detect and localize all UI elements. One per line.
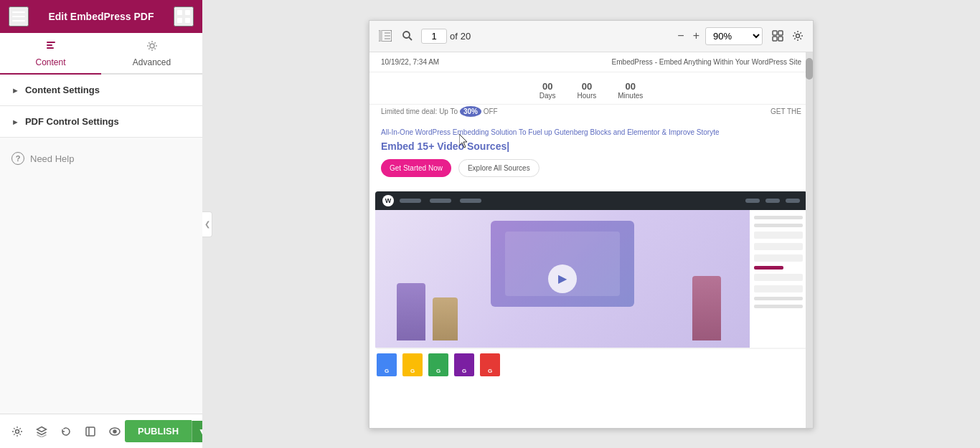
svg-rect-8 bbox=[47, 44, 52, 46]
svg-rect-4 bbox=[185, 10, 190, 15]
layers-icon[interactable] bbox=[32, 421, 52, 442]
advanced-tab-icon bbox=[146, 40, 158, 54]
svg-rect-9 bbox=[47, 47, 54, 49]
promo-cta-text: GET THE bbox=[771, 108, 801, 115]
wp-nav-item-2 bbox=[430, 199, 451, 203]
sidebar-collapse-handle[interactable]: ❮ bbox=[202, 211, 212, 237]
wp-sidebar-line-3 bbox=[754, 297, 803, 300]
need-help-section[interactable]: ? Need Help bbox=[0, 138, 202, 179]
svg-rect-22 bbox=[773, 31, 777, 35]
pdf-explore-button[interactable]: Explore All Sources bbox=[458, 159, 540, 177]
pdf-content-area: 10/19/22, 7:34 AM EmbedPress - Embed Any… bbox=[369, 52, 813, 428]
preview-icon[interactable] bbox=[105, 421, 125, 442]
chevron-right-icon-2: ► bbox=[11, 118, 19, 126]
content-tab-label: Content bbox=[35, 57, 65, 67]
help-question-icon: ? bbox=[11, 152, 24, 165]
zoom-out-button[interactable]: − bbox=[674, 29, 687, 43]
publish-group: PUBLISH ▼ bbox=[125, 420, 212, 442]
content-settings-accordion: ► Content Settings bbox=[0, 75, 202, 106]
tab-advanced[interactable]: Advanced bbox=[101, 33, 202, 73]
zoom-level-select[interactable]: 90% bbox=[705, 27, 763, 45]
doc-icon-red: G bbox=[480, 353, 500, 376]
svg-rect-25 bbox=[778, 37, 783, 41]
wp-admin-bar: W bbox=[375, 191, 807, 210]
play-button-icon[interactable]: ▶ bbox=[548, 264, 577, 293]
editor-tabs: Content Advanced bbox=[0, 33, 202, 75]
wordpress-mockup: W bbox=[375, 191, 807, 349]
pdf-get-started-button[interactable]: Get Started Now bbox=[381, 159, 451, 177]
wp-sidebar-line-4 bbox=[754, 305, 803, 308]
pdf-page-header: 10/19/22, 7:34 AM EmbedPress - Embed Any… bbox=[369, 52, 813, 72]
countdown-hours: 00 Hours bbox=[578, 81, 597, 100]
sidebar: Edit EmbedPress PDF Content bbox=[0, 0, 202, 448]
wp-hero-image: ▶ bbox=[375, 210, 750, 348]
pdf-viewer: of 20 − + 90% bbox=[369, 20, 814, 429]
pdf-control-settings-header[interactable]: ► PDF Control Settings bbox=[0, 106, 202, 137]
template-icon[interactable] bbox=[80, 421, 100, 442]
hamburger-menu-icon[interactable] bbox=[9, 6, 29, 27]
svg-rect-23 bbox=[778, 31, 783, 35]
svg-rect-1 bbox=[12, 16, 25, 17]
page-separator: of bbox=[450, 31, 458, 42]
chevron-right-icon: ► bbox=[11, 86, 19, 95]
wp-sidebar-line-1 bbox=[754, 216, 803, 219]
pdf-sidebar-toggle[interactable] bbox=[377, 28, 394, 44]
pdf-search-button[interactable] bbox=[400, 28, 415, 44]
doc-icon-purple: G bbox=[454, 353, 474, 376]
countdown-days: 00 Days bbox=[540, 81, 556, 100]
wp-sidebar-right bbox=[750, 210, 807, 348]
page-number-input[interactable] bbox=[421, 29, 447, 44]
svg-point-11 bbox=[16, 429, 19, 433]
settings-icon[interactable] bbox=[7, 421, 27, 442]
zoom-controls: − + 90% bbox=[674, 27, 806, 45]
pdf-control-settings-accordion: ► PDF Control Settings bbox=[0, 106, 202, 138]
svg-point-14 bbox=[113, 430, 116, 433]
wp-sidebar-block-1 bbox=[754, 232, 803, 239]
pdf-view-toggle[interactable] bbox=[770, 28, 786, 44]
editor-title: Edit EmbedPress PDF bbox=[48, 11, 154, 22]
content-settings-header[interactable]: ► Content Settings bbox=[0, 75, 202, 105]
zoom-in-button[interactable]: + bbox=[690, 29, 702, 43]
countdown-minutes: 00 Minutes bbox=[618, 81, 643, 100]
svg-point-26 bbox=[796, 34, 800, 38]
svg-rect-24 bbox=[773, 37, 777, 41]
grid-apps-icon[interactable] bbox=[174, 6, 194, 27]
promo-badge: 30% bbox=[460, 106, 481, 117]
svg-rect-12 bbox=[86, 427, 95, 436]
pdf-cta-buttons: Get Started Now Explore All Sources bbox=[381, 159, 801, 177]
wp-icon-2 bbox=[765, 199, 780, 203]
wp-sidebar-block-2 bbox=[754, 243, 803, 250]
need-help-label: Need Help bbox=[30, 153, 74, 164]
publish-button[interactable]: PUBLISH bbox=[125, 420, 192, 442]
history-icon[interactable] bbox=[56, 421, 76, 442]
pdf-scrollbar[interactable] bbox=[806, 52, 813, 428]
doc-icon-yellow: G bbox=[402, 353, 423, 376]
sidebar-footer: PUBLISH ▼ bbox=[0, 414, 202, 448]
tab-content[interactable]: Content bbox=[0, 33, 101, 73]
pdf-page: 10/19/22, 7:34 AM EmbedPress - Embed Any… bbox=[369, 52, 813, 428]
promo-text: Limited time deal: Up To 30% OFF bbox=[381, 108, 498, 115]
wp-nav-items bbox=[400, 199, 481, 203]
svg-rect-7 bbox=[47, 42, 55, 43]
pdf-control-settings-label: PDF Control Settings bbox=[25, 116, 119, 127]
pdf-headline-highlight: 15+ Video Sources bbox=[418, 140, 507, 152]
doc-icon-blue: G bbox=[377, 353, 397, 376]
wp-sidebar-block-3 bbox=[754, 254, 803, 262]
svg-rect-16 bbox=[379, 30, 382, 42]
pdf-hero-section: All-In-One WordPress Embedding Solution … bbox=[369, 118, 813, 191]
doc-icons-row: G G G G G bbox=[369, 349, 813, 381]
content-tab-icon bbox=[45, 40, 57, 54]
doc-icon-green: G bbox=[428, 353, 448, 376]
svg-rect-5 bbox=[177, 18, 182, 23]
svg-point-20 bbox=[403, 32, 410, 38]
svg-rect-3 bbox=[177, 10, 182, 15]
pdf-view-icons bbox=[770, 28, 806, 44]
wp-nav-item-3 bbox=[460, 199, 481, 203]
pdf-settings-button[interactable] bbox=[790, 28, 806, 44]
footer-icon-group bbox=[7, 421, 125, 442]
pdf-headline: Embed 15+ Video Sources| bbox=[381, 140, 801, 152]
sidebar-body: ► Content Settings ► PDF Control Setting… bbox=[0, 75, 202, 414]
pdf-promo-bar: Limited time deal: Up To 30% OFF GET THE bbox=[369, 105, 813, 118]
pdf-scrollbar-thumb[interactable] bbox=[806, 58, 813, 80]
wp-icon-1 bbox=[745, 199, 760, 203]
